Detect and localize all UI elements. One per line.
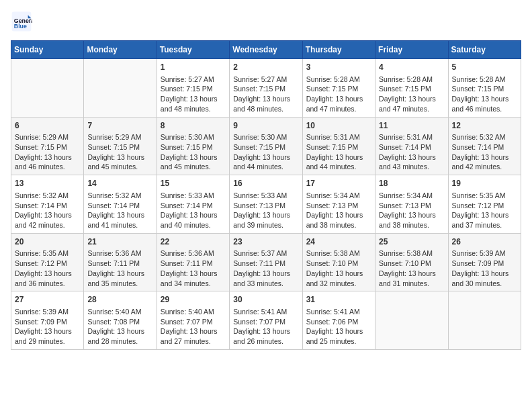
day-number: 15 [161, 178, 226, 189]
day-info: Sunrise: 5:37 AM Sunset: 7:11 PM Dayligh… [233, 249, 290, 287]
logo: General Blue [11, 11, 35, 32]
calendar-cell: 21Sunrise: 5:36 AM Sunset: 7:11 PM Dayli… [84, 233, 157, 291]
day-number: 2 [233, 62, 298, 73]
calendar-cell: 3Sunrise: 5:28 AM Sunset: 7:15 PM Daylig… [302, 59, 375, 118]
day-number: 11 [379, 120, 444, 132]
header-saturday: Saturday [448, 41, 521, 59]
day-number: 14 [87, 178, 152, 189]
day-info: Sunrise: 5:35 AM Sunset: 7:12 PM Dayligh… [452, 191, 509, 229]
day-number: 31 [306, 294, 371, 306]
day-number: 12 [452, 120, 517, 132]
day-number: 30 [233, 294, 298, 306]
day-number: 10 [306, 120, 371, 132]
day-info: Sunrise: 5:36 AM Sunset: 7:11 PM Dayligh… [161, 249, 218, 287]
day-info: Sunrise: 5:32 AM Sunset: 7:14 PM Dayligh… [87, 191, 144, 229]
day-number: 16 [233, 178, 298, 189]
header-thursday: Thursday [302, 41, 375, 59]
calendar-cell [84, 59, 157, 118]
day-info: Sunrise: 5:39 AM Sunset: 7:09 PM Dayligh… [15, 308, 72, 345]
calendar-cell: 13Sunrise: 5:32 AM Sunset: 7:14 PM Dayli… [11, 175, 84, 234]
page-header: General Blue [11, 11, 521, 32]
day-info: Sunrise: 5:30 AM Sunset: 7:15 PM Dayligh… [161, 133, 218, 171]
calendar-cell [448, 291, 521, 350]
day-info: Sunrise: 5:27 AM Sunset: 7:15 PM Dayligh… [161, 75, 218, 113]
calendar-cell: 12Sunrise: 5:32 AM Sunset: 7:14 PM Dayli… [448, 117, 521, 175]
calendar-cell: 14Sunrise: 5:32 AM Sunset: 7:14 PM Dayli… [84, 175, 157, 234]
day-info: Sunrise: 5:40 AM Sunset: 7:07 PM Dayligh… [161, 308, 218, 345]
calendar-cell: 26Sunrise: 5:39 AM Sunset: 7:09 PM Dayli… [448, 233, 521, 291]
day-info: Sunrise: 5:32 AM Sunset: 7:14 PM Dayligh… [452, 133, 509, 171]
day-info: Sunrise: 5:38 AM Sunset: 7:10 PM Dayligh… [379, 249, 436, 287]
day-info: Sunrise: 5:28 AM Sunset: 7:15 PM Dayligh… [379, 75, 436, 113]
calendar-cell: 7Sunrise: 5:29 AM Sunset: 7:15 PM Daylig… [84, 117, 157, 175]
day-number: 19 [452, 178, 517, 189]
day-info: Sunrise: 5:33 AM Sunset: 7:14 PM Dayligh… [161, 191, 218, 229]
calendar-cell: 9Sunrise: 5:30 AM Sunset: 7:15 PM Daylig… [230, 117, 302, 175]
day-number: 4 [379, 62, 444, 73]
svg-text:Blue: Blue [14, 23, 27, 30]
day-number: 20 [15, 236, 80, 248]
calendar-cell: 4Sunrise: 5:28 AM Sunset: 7:15 PM Daylig… [375, 59, 448, 118]
day-info: Sunrise: 5:41 AM Sunset: 7:07 PM Dayligh… [233, 308, 290, 345]
calendar-cell: 16Sunrise: 5:33 AM Sunset: 7:13 PM Dayli… [230, 175, 302, 234]
calendar-cell: 8Sunrise: 5:30 AM Sunset: 7:15 PM Daylig… [157, 117, 229, 175]
week-row-1: 1Sunrise: 5:27 AM Sunset: 7:15 PM Daylig… [11, 59, 521, 118]
day-number: 21 [87, 236, 152, 248]
logo-icon: General Blue [11, 11, 32, 32]
day-info: Sunrise: 5:30 AM Sunset: 7:15 PM Dayligh… [233, 133, 290, 171]
day-number: 7 [87, 120, 152, 132]
calendar-table: SundayMondayTuesdayWednesdayThursdayFrid… [11, 40, 521, 350]
day-number: 17 [306, 178, 371, 189]
day-number: 26 [452, 236, 517, 248]
day-number: 24 [306, 236, 371, 248]
day-number: 28 [87, 294, 152, 306]
day-number: 13 [15, 178, 80, 189]
header-sunday: Sunday [11, 41, 84, 59]
day-info: Sunrise: 5:39 AM Sunset: 7:09 PM Dayligh… [452, 249, 509, 287]
day-number: 27 [15, 294, 80, 306]
header-friday: Friday [375, 41, 448, 59]
header-monday: Monday [84, 41, 157, 59]
day-number: 23 [233, 236, 298, 248]
days-header-row: SundayMondayTuesdayWednesdayThursdayFrid… [11, 41, 521, 59]
day-info: Sunrise: 5:40 AM Sunset: 7:08 PM Dayligh… [87, 308, 144, 345]
day-info: Sunrise: 5:29 AM Sunset: 7:15 PM Dayligh… [87, 133, 144, 171]
calendar-cell: 2Sunrise: 5:27 AM Sunset: 7:15 PM Daylig… [230, 59, 302, 118]
day-info: Sunrise: 5:38 AM Sunset: 7:10 PM Dayligh… [306, 249, 363, 287]
calendar-cell: 28Sunrise: 5:40 AM Sunset: 7:08 PM Dayli… [84, 291, 157, 350]
calendar-cell: 6Sunrise: 5:29 AM Sunset: 7:15 PM Daylig… [11, 117, 84, 175]
day-number: 29 [161, 294, 226, 306]
calendar-cell: 25Sunrise: 5:38 AM Sunset: 7:10 PM Dayli… [375, 233, 448, 291]
calendar-cell: 19Sunrise: 5:35 AM Sunset: 7:12 PM Dayli… [448, 175, 521, 234]
day-number: 8 [161, 120, 226, 132]
week-row-4: 20Sunrise: 5:35 AM Sunset: 7:12 PM Dayli… [11, 233, 521, 291]
day-info: Sunrise: 5:36 AM Sunset: 7:11 PM Dayligh… [87, 249, 144, 287]
header-tuesday: Tuesday [157, 41, 229, 59]
calendar-cell [11, 59, 84, 118]
calendar-cell [375, 291, 448, 350]
day-number: 6 [15, 120, 80, 132]
day-number: 22 [161, 236, 226, 248]
calendar-cell: 5Sunrise: 5:28 AM Sunset: 7:15 PM Daylig… [448, 59, 521, 118]
day-number: 9 [233, 120, 298, 132]
week-row-2: 6Sunrise: 5:29 AM Sunset: 7:15 PM Daylig… [11, 117, 521, 175]
day-number: 5 [452, 62, 517, 73]
calendar-cell: 18Sunrise: 5:34 AM Sunset: 7:13 PM Dayli… [375, 175, 448, 234]
day-info: Sunrise: 5:35 AM Sunset: 7:12 PM Dayligh… [15, 249, 72, 287]
day-number: 18 [379, 178, 444, 189]
header-wednesday: Wednesday [230, 41, 302, 59]
calendar-cell: 31Sunrise: 5:41 AM Sunset: 7:06 PM Dayli… [302, 291, 375, 350]
day-info: Sunrise: 5:34 AM Sunset: 7:13 PM Dayligh… [379, 191, 436, 229]
week-row-3: 13Sunrise: 5:32 AM Sunset: 7:14 PM Dayli… [11, 175, 521, 234]
calendar-cell: 17Sunrise: 5:34 AM Sunset: 7:13 PM Dayli… [302, 175, 375, 234]
week-row-5: 27Sunrise: 5:39 AM Sunset: 7:09 PM Dayli… [11, 291, 521, 350]
day-info: Sunrise: 5:41 AM Sunset: 7:06 PM Dayligh… [306, 308, 363, 345]
day-info: Sunrise: 5:33 AM Sunset: 7:13 PM Dayligh… [233, 191, 290, 229]
day-info: Sunrise: 5:29 AM Sunset: 7:15 PM Dayligh… [15, 133, 72, 171]
day-info: Sunrise: 5:27 AM Sunset: 7:15 PM Dayligh… [233, 75, 290, 113]
day-info: Sunrise: 5:31 AM Sunset: 7:15 PM Dayligh… [306, 133, 363, 171]
day-number: 3 [306, 62, 371, 73]
calendar-cell: 10Sunrise: 5:31 AM Sunset: 7:15 PM Dayli… [302, 117, 375, 175]
day-info: Sunrise: 5:28 AM Sunset: 7:15 PM Dayligh… [306, 75, 363, 113]
day-number: 1 [161, 62, 226, 73]
